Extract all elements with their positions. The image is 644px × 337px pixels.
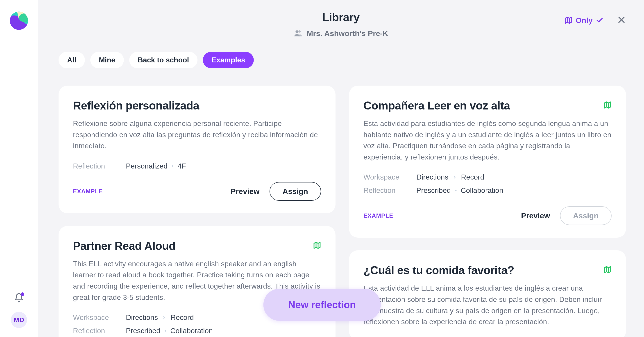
assign-button[interactable]: Assign [270, 182, 321, 201]
svg-point-3 [296, 31, 298, 33]
meta-value: Record [170, 313, 194, 322]
app-logo[interactable] [9, 11, 29, 31]
class-name: Mrs. Ashworth's Pre-K [307, 29, 388, 38]
map-icon [564, 16, 572, 24]
chevron-right-icon [162, 315, 166, 320]
chevron-right-icon [452, 175, 457, 180]
meta-value: Directions [126, 313, 158, 322]
meta-label-reflection: Reflection [73, 327, 114, 335]
map-badge-icon [604, 266, 612, 275]
filter-pill-back-to-school[interactable]: Back to school [129, 52, 198, 68]
only-label: Only [576, 16, 593, 25]
meta-value: Personalized [126, 162, 168, 170]
card-title: Reflexión personalizada [73, 99, 199, 112]
notification-dot-icon [21, 292, 24, 296]
avatar[interactable]: MD [11, 312, 27, 328]
assign-button[interactable]: Assign [560, 206, 612, 225]
sidebar: MD [0, 0, 38, 337]
new-reflection-button[interactable]: New reflection [264, 289, 381, 321]
card-title: ¿Cuál es tu comida favorita? [364, 264, 514, 277]
preview-button[interactable]: Preview [521, 211, 550, 220]
card-description: Esta actividad de ELL anima a los estudi… [364, 283, 612, 327]
filter-pill-examples[interactable]: Examples [203, 52, 254, 68]
preview-button[interactable]: Preview [230, 187, 260, 196]
close-icon [617, 15, 626, 24]
meta-value: Directions [416, 173, 448, 181]
reflection-card: Reflexión personalizada Reflexione sobre… [58, 86, 336, 213]
dot-icon: • [164, 328, 166, 334]
example-tag: EXAMPLE [364, 212, 394, 219]
meta-value: Collaboration [461, 186, 503, 195]
page-title: Library [294, 11, 388, 24]
notifications-button[interactable] [14, 293, 24, 303]
meta-value: Record [461, 173, 484, 181]
map-badge-icon [604, 101, 612, 110]
meta-value: Collaboration [170, 327, 213, 335]
fab-label: New reflection [288, 299, 356, 310]
check-icon [596, 17, 604, 24]
dot-icon: • [172, 163, 174, 169]
users-icon [294, 29, 303, 38]
reflection-card: Compañera Leer en voz alta Esta activida… [349, 86, 626, 238]
filter-bar: All Mine Back to school Examples [58, 52, 254, 68]
meta-value: 4F [178, 162, 186, 170]
map-badge-icon [313, 241, 321, 250]
example-tag: EXAMPLE [73, 188, 103, 195]
close-button[interactable] [617, 15, 626, 25]
card-description: Reflexione sobre alguna experiencia pers… [73, 118, 321, 152]
card-description: Esta actividad para estudiantes de inglé… [364, 118, 612, 163]
meta-label-workspace: Workspace [364, 173, 405, 181]
only-toggle[interactable]: Only [564, 16, 604, 25]
meta-label-workspace: Workspace [73, 313, 114, 322]
card-title: Compañera Leer en voz alta [364, 99, 510, 112]
meta-label-reflection: Reflection [73, 162, 114, 170]
right-column: Compañera Leer en voz alta Esta activida… [349, 86, 626, 337]
meta-value: Prescribed [416, 186, 451, 195]
header: Library Mrs. Ashworth's Pre-K Only [38, 0, 644, 45]
filter-pill-mine[interactable]: Mine [90, 52, 124, 68]
reflection-card: ¿Cuál es tu comida favorita? Esta activi… [349, 250, 626, 337]
filter-pill-all[interactable]: All [58, 52, 85, 68]
meta-value: Prescribed [126, 327, 160, 335]
svg-point-4 [298, 31, 301, 33]
avatar-initials: MD [14, 316, 24, 324]
meta-label-reflection: Reflection [364, 186, 405, 195]
card-title: Partner Read Aloud [73, 239, 176, 252]
dot-icon: • [455, 187, 457, 194]
